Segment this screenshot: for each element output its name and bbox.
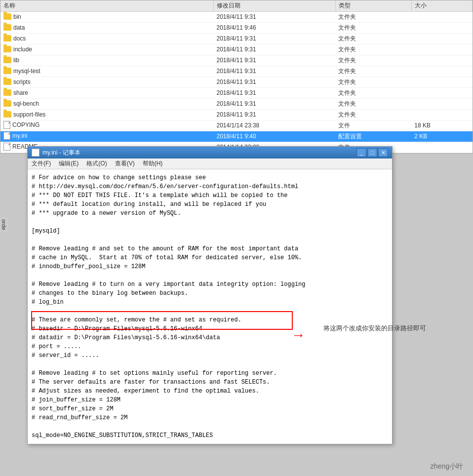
file-name: support-files [0, 109, 214, 120]
file-type: 文件夹 [335, 109, 411, 120]
folder-icon [3, 13, 11, 20]
file-icon [3, 121, 10, 129]
file-date: 2018/4/11 9:31 [214, 77, 336, 87]
file-type: 文件夹 [335, 87, 411, 98]
file-size [411, 142, 472, 153]
file-size [411, 98, 472, 109]
menu-edit[interactable]: 编辑(E) [55, 159, 82, 169]
file-size [411, 109, 472, 120]
folder-icon [3, 68, 11, 74]
file-type: 文件夹 [335, 66, 411, 77]
notepad-icon [32, 149, 39, 157]
menu-help[interactable]: 帮助(H) [139, 159, 167, 169]
menu-file[interactable]: 文件(F) [28, 159, 55, 169]
table-row[interactable]: scripts2018/4/11 9:31文件夹 [0, 77, 473, 87]
annotation-text: 将这两个改成你安装的目录路径即可 [323, 324, 426, 333]
file-type: 配置设置 [335, 131, 411, 142]
col-header-date[interactable]: 修改日期 [214, 0, 336, 11]
maximize-button[interactable]: □ [367, 148, 377, 157]
file-date: 2018/4/11 9:31 [214, 66, 336, 77]
file-name: lib [0, 55, 214, 66]
file-name: COPYING [0, 120, 214, 131]
file-type: 文件夹 [335, 11, 411, 22]
file-type: 文件夹 [335, 98, 411, 109]
close-button[interactable]: ✕ [378, 148, 388, 157]
menu-view[interactable]: 查看(V) [111, 159, 139, 169]
file-type: 文件夹 [335, 77, 411, 87]
file-date: 2018/4/11 9:31 [214, 11, 336, 22]
file-icon [3, 143, 10, 151]
file-size: 18 KB [411, 120, 472, 131]
minimize-button[interactable]: _ [356, 148, 366, 157]
file-name: bin [0, 11, 214, 22]
file-size [411, 77, 472, 87]
file-explorer: 名称 修改日期 类型 大小 bin2018/4/11 9:31文件夹data20… [0, 0, 473, 154]
col-header-name[interactable]: 名称 [0, 0, 214, 11]
table-row[interactable]: COPYING2014/1/14 23:38文件18 KB [0, 120, 473, 131]
file-size: 2 KB [411, 131, 472, 142]
folder-icon [3, 24, 11, 31]
file-size [411, 33, 472, 44]
file-name: include [0, 44, 214, 55]
file-date: 2018/4/11 9:46 [214, 22, 336, 33]
explorer-table: 名称 修改日期 类型 大小 bin2018/4/11 9:31文件夹data20… [0, 0, 473, 153]
table-row[interactable]: data2018/4/11 9:46文件夹 [0, 22, 473, 33]
file-type: 文件夹 [335, 44, 411, 55]
file-type: 文件夹 [335, 33, 411, 44]
file-name: share [0, 87, 214, 98]
table-row[interactable]: docs2018/4/11 9:31文件夹 [0, 33, 473, 44]
table-row[interactable]: my.ini2018/4/11 9:40配置设置2 KB [0, 131, 473, 142]
file-date: 2014/1/14 23:38 [214, 120, 336, 131]
table-row[interactable]: share2018/4/11 9:31文件夹 [0, 87, 473, 98]
file-size [411, 66, 472, 77]
folder-icon [3, 79, 11, 85]
folder-icon [3, 35, 11, 41]
file-size [411, 44, 472, 55]
file-date: 2018/4/11 9:31 [214, 44, 336, 55]
table-row[interactable]: lib2018/4/11 9:31文件夹 [0, 55, 473, 66]
file-name: data [0, 22, 214, 33]
file-icon [3, 132, 10, 140]
col-header-size[interactable]: 大小 [411, 0, 472, 11]
file-size [411, 22, 472, 33]
file-type: 文件夹 [335, 22, 411, 33]
folder-icon [3, 111, 11, 118]
file-type: 文件 [335, 120, 411, 131]
watermark: zheng小叶 [431, 462, 463, 471]
file-type: 文件夹 [335, 55, 411, 66]
notepad-window: my.ini - 记事本 _ □ ✕ 文件(F) 编辑(E) 格式(O) 查看(… [27, 146, 393, 444]
titlebar-buttons: _ □ ✕ [356, 148, 388, 157]
file-size [411, 11, 472, 22]
table-row[interactable]: bin2018/4/11 9:31文件夹 [0, 11, 473, 22]
file-date: 2018/4/11 9:31 [214, 55, 336, 66]
notepad-title: my.ini - 记事本 [42, 149, 356, 157]
col-header-type[interactable]: 类型 [335, 0, 411, 11]
table-row[interactable]: support-files2018/4/11 9:31文件夹 [0, 109, 473, 120]
file-name: my.ini [0, 131, 214, 142]
file-name: mysql-test [0, 66, 214, 77]
table-row[interactable]: mysql-test2018/4/11 9:31文件夹 [0, 66, 473, 77]
file-date: 2018/4/11 9:31 [214, 109, 336, 120]
notepad-menubar: 文件(F) 编辑(E) 格式(O) 查看(V) 帮助(H) [28, 159, 392, 169]
menu-format[interactable]: 格式(O) [82, 159, 111, 169]
notepad-content[interactable]: # For advice on how to change settings p… [28, 169, 392, 444]
arrow: → [291, 327, 305, 343]
folder-icon [3, 89, 11, 96]
file-name: scripts [0, 77, 214, 87]
file-date: 2018/4/11 9:31 [214, 33, 336, 44]
folder-icon [3, 57, 11, 63]
table-row[interactable]: sql-bench2018/4/11 9:31文件夹 [0, 98, 473, 109]
file-date: 2018/4/11 9:40 [214, 131, 336, 142]
table-row[interactable]: include2018/4/11 9:31文件夹 [0, 44, 473, 55]
file-date: 2018/4/11 9:31 [214, 98, 336, 109]
file-size [411, 55, 472, 66]
file-name: docs [0, 33, 214, 44]
file-size [411, 87, 472, 98]
file-name: sql-bench [0, 98, 214, 109]
file-date: 2018/4/11 9:31 [214, 87, 336, 98]
folder-icon [3, 46, 11, 52]
folder-icon [3, 100, 11, 107]
side-label: orde [0, 217, 8, 232]
notepad-titlebar[interactable]: my.ini - 记事本 _ □ ✕ [28, 147, 392, 159]
